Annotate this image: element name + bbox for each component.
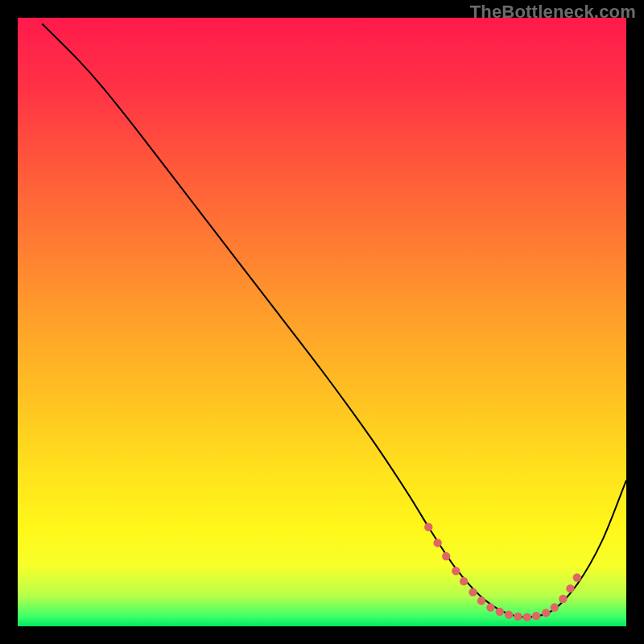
chart-frame: TheBottleneck.com — [0, 0, 644, 644]
optimal-marker — [469, 588, 477, 596]
optimal-marker — [442, 552, 450, 560]
watermark-text: TheBottleneck.com — [470, 2, 636, 23]
optimal-marker — [505, 610, 513, 618]
plot-background — [18, 18, 626, 626]
optimal-marker — [559, 595, 567, 603]
optimal-marker — [514, 613, 522, 621]
optimal-marker — [486, 603, 494, 611]
optimal-marker — [433, 539, 441, 547]
optimal-marker — [542, 609, 550, 617]
optimal-marker — [532, 612, 540, 620]
optimal-marker — [551, 603, 559, 611]
optimal-marker — [477, 597, 485, 605]
optimal-marker — [523, 613, 531, 621]
optimal-marker — [424, 523, 432, 531]
optimal-marker — [566, 584, 574, 592]
optimal-marker — [460, 577, 468, 585]
optimal-marker — [496, 608, 504, 616]
optimal-marker — [573, 573, 581, 581]
bottleneck-chart — [0, 0, 644, 644]
optimal-marker — [452, 567, 460, 575]
